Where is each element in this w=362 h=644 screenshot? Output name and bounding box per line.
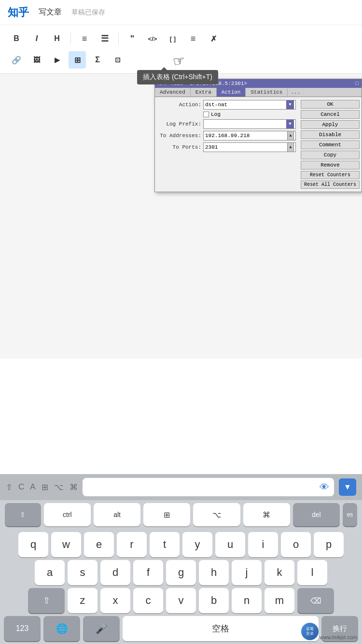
log-prefix-label: Log Prefix: <box>158 121 201 127</box>
kb-key-d[interactable]: d <box>100 560 130 585</box>
comment-button[interactable]: Comment <box>301 140 360 149</box>
kb-ctrl-key[interactable]: ctrl <box>44 503 91 526</box>
kb-key-u[interactable]: u <box>215 532 245 557</box>
kb-alt-key[interactable]: alt <box>94 503 140 526</box>
write-button[interactable]: 写文章 <box>39 7 62 17</box>
video-button[interactable]: ▶ <box>48 51 66 69</box>
log-prefix-input[interactable]: ▼ <box>203 119 296 129</box>
to-addresses-input[interactable]: 192.168.99.218 ▲ <box>203 131 296 140</box>
image-button[interactable]: 🖼 <box>28 51 45 69</box>
kb-key-m[interactable]: m <box>265 588 294 613</box>
kb-key-l[interactable]: l <box>297 560 327 585</box>
log-checkbox[interactable] <box>203 112 209 117</box>
kb-key-o[interactable]: o <box>281 532 311 557</box>
kb-key-v[interactable]: v <box>166 588 196 613</box>
bracket-button[interactable]: [ ] <box>164 30 181 47</box>
toolbar-row-2: 🔗 🖼 ▶ ⊞ Σ ⊡ <box>0 49 362 70</box>
kb-backspace-key[interactable]: ⌫ <box>297 588 334 613</box>
kb-input-wrapper[interactable]: 👁 <box>83 478 334 496</box>
nat-close-button[interactable]: □ <box>355 81 359 86</box>
kb-key-i[interactable]: i <box>248 532 278 557</box>
to-addresses-label: To Addresses: <box>158 133 201 139</box>
log-prefix-dropdown-arrow[interactable]: ▼ <box>286 120 294 128</box>
watermark-logo: 蓝莓安卓 <box>301 623 319 640</box>
quote-button[interactable]: " <box>124 30 141 47</box>
reset-all-counters-button[interactable]: Reset All Counters <box>301 181 360 189</box>
nat-tab-extra[interactable]: Extra <box>191 88 217 97</box>
align-button[interactable]: ≡ <box>184 30 202 47</box>
kb-key-a[interactable]: a <box>35 560 65 585</box>
copy-button[interactable]: Copy <box>301 151 360 159</box>
kb-key-r[interactable]: r <box>117 532 147 557</box>
kb-num-key[interactable]: 123 <box>4 616 41 641</box>
kb-key-q[interactable]: q <box>18 532 48 557</box>
table-button[interactable]: ⊞ <box>69 51 86 69</box>
kb-key-p[interactable]: p <box>314 532 344 557</box>
kb-key-k[interactable]: k <box>265 560 294 585</box>
link-button[interactable]: 🔗 <box>8 51 25 69</box>
kb-key-c[interactable]: c <box>133 588 163 613</box>
code-button[interactable]: </> <box>144 30 161 47</box>
kb-key-b[interactable]: b <box>199 588 229 613</box>
to-addresses-up-arrow[interactable]: ▲ <box>287 131 294 140</box>
kb-globe-key[interactable]: 🌐 <box>43 616 80 641</box>
kb-key-x[interactable]: x <box>100 588 130 613</box>
action-input[interactable]: dst-nat ▼ <box>203 100 296 110</box>
kb-key-g[interactable]: g <box>166 560 196 585</box>
kb-key-y[interactable]: y <box>182 532 212 557</box>
kb-space-key[interactable]: 空格 <box>123 616 319 641</box>
apply-button[interactable]: Apply <box>301 120 360 129</box>
kb-search-input[interactable] <box>87 483 316 491</box>
kb-key-s[interactable]: s <box>68 560 97 585</box>
kb-win-mod: ⊞ <box>42 482 48 492</box>
kb-key-n[interactable]: n <box>232 588 262 613</box>
kb-del-key[interactable]: del <box>293 503 340 526</box>
kb-shift-key-row3[interactable]: ⇧ <box>28 588 65 613</box>
kb-dropdown-button[interactable]: ▼ <box>339 478 356 496</box>
to-addresses-value: 192.168.99.218 <box>205 133 287 139</box>
kb-key-h[interactable]: h <box>199 560 229 585</box>
to-ports-input[interactable]: 2301 ▲ <box>203 142 296 152</box>
nat-tab-statistics[interactable]: Statistics <box>246 88 288 97</box>
action-dropdown-arrow[interactable]: ▼ <box>286 100 294 109</box>
kb-search-bar: ⇧ C A ⊞ ⌥ ⌘ 👁 ▼ <box>0 474 362 500</box>
nat-tab-advanced[interactable]: Advanced <box>155 88 191 97</box>
kb-eye-icon[interactable]: 👁 <box>320 482 329 493</box>
kb-key-t[interactable]: t <box>150 532 180 557</box>
ordered-list-button[interactable]: ≡ <box>76 30 93 47</box>
disable-button[interactable]: Disable <box>301 130 360 139</box>
clear-format-button[interactable]: ✗ <box>205 30 222 47</box>
to-ports-label: To Ports: <box>158 144 201 150</box>
remove-button[interactable]: Remove <box>301 161 360 169</box>
kb-esc-key[interactable]: es <box>343 503 357 526</box>
kb-row-qwerty: q w e r t y u i o p <box>4 532 358 557</box>
kb-key-f[interactable]: f <box>133 560 163 585</box>
kb-option-key[interactable]: ⌥ <box>193 503 240 526</box>
kb-key-e[interactable]: e <box>84 532 114 557</box>
cancel-button[interactable]: Cancel <box>301 110 360 119</box>
nat-tab-action[interactable]: Action <box>217 88 246 97</box>
italic-button[interactable]: I <box>28 30 45 47</box>
kb-key-j[interactable]: j <box>232 560 262 585</box>
expand-button[interactable]: ⊡ <box>109 51 126 69</box>
bold-button[interactable]: B <box>8 30 25 47</box>
heading-button[interactable]: H <box>48 30 66 47</box>
kb-a-mod: A <box>30 482 35 492</box>
unordered-list-button[interactable]: ☰ <box>96 30 113 47</box>
action-value: dst-nat <box>205 102 285 108</box>
ok-button[interactable]: OK <box>301 100 360 109</box>
draft-status: 草稿已保存 <box>71 8 105 17</box>
log-label: Log <box>211 112 221 117</box>
log-checkbox-row: Log <box>158 112 296 117</box>
kb-shift-key[interactable]: ⇧ <box>5 503 41 526</box>
formula-button[interactable]: Σ <box>89 51 106 69</box>
kb-mic-key[interactable]: 🎤 <box>83 616 120 641</box>
kb-key-z[interactable]: z <box>68 588 97 613</box>
kb-cmd-key[interactable]: ⌘ <box>243 503 290 526</box>
kb-win-key[interactable]: ⊞ <box>143 503 190 526</box>
reset-counters-button[interactable]: Reset Counters <box>301 171 360 179</box>
kb-key-w[interactable]: w <box>51 532 81 557</box>
action-label: Action: <box>158 102 201 108</box>
to-ports-up-arrow[interactable]: ▲ <box>287 142 294 152</box>
nat-tab-more[interactable]: ... <box>288 88 303 97</box>
